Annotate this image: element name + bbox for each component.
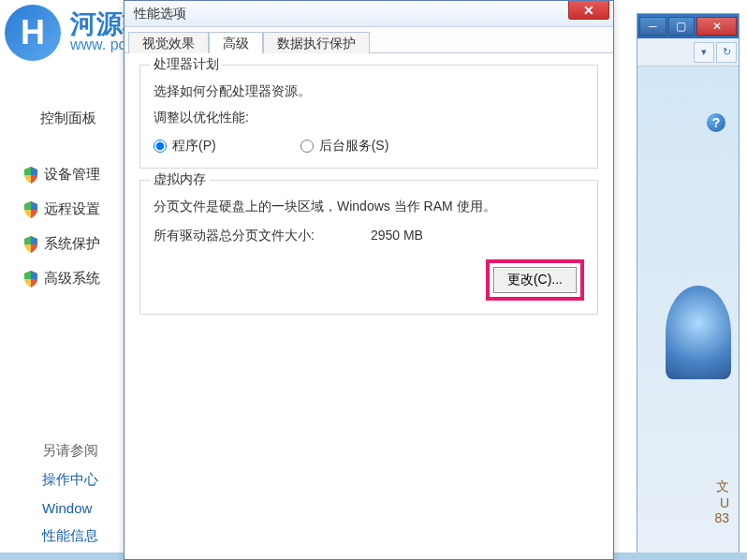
sidebar-item-advanced-system[interactable]: 高级系统 [5, 261, 126, 296]
tab-visual-effects[interactable]: 视觉效果 [128, 32, 209, 53]
bg-close-button[interactable]: ✕ [696, 17, 737, 36]
sidebar-item-system-protection[interactable]: 系统保护 [5, 227, 126, 261]
help-icon[interactable]: ? [707, 113, 725, 132]
shield-icon [23, 167, 38, 184]
sidebar-item-label: 高级系统 [44, 270, 100, 287]
dialog-body: 处理器计划 选择如何分配处理器资源。 调整以优化性能: 程序(P) 后台服务(S… [124, 53, 613, 337]
radio-background-label: 后台服务(S) [319, 138, 389, 155]
tab-advanced[interactable]: 高级 [209, 32, 263, 53]
sidebar-link-windows[interactable]: Window [5, 494, 126, 522]
virtual-memory-group: 虚拟内存 分页文件是硬盘上的一块区域，Windows 当作 RAM 使用。 所有… [139, 180, 598, 315]
bg-content: ? 文 U 83 [637, 66, 739, 535]
sidebar-link-performance-info[interactable]: 性能信息 [5, 522, 126, 551]
processor-group-title: 处理器计划 [150, 56, 223, 73]
sidebar-link-action-center[interactable]: 操作中心 [5, 465, 126, 494]
dialog-close-button[interactable]: ✕ [568, 1, 609, 20]
bg-toolbar: ▾ ↻ [637, 38, 739, 66]
bg-minimize-button[interactable]: ─ [639, 17, 666, 36]
radio-programs-input[interactable] [154, 140, 167, 153]
processor-scheduling-group: 处理器计划 选择如何分配处理器资源。 调整以优化性能: 程序(P) 后台服务(S… [139, 65, 598, 169]
sidebar-item-label: 设备管理 [44, 166, 100, 184]
dialog-tabs: 视觉效果 高级 数据执行保护 [124, 27, 613, 53]
logo-icon [5, 5, 61, 61]
shield-icon [23, 271, 38, 287]
vm-total-value: 2950 MB [371, 228, 423, 244]
vm-desc: 分页文件是硬盘上的一块区域，Windows 当作 RAM 使用。 [154, 196, 584, 216]
dialog-titlebar[interactable]: 性能选项 ✕ [124, 1, 613, 27]
change-button-wrap: 更改(C)... [154, 259, 584, 301]
bg-graphic-icon [666, 286, 731, 379]
radio-background-input[interactable] [300, 140, 314, 153]
sidebar: 控制面板 设备管理 远程设置 系统保护 高级系统 另请参阅 操作中心 Windo… [0, 70, 126, 557]
performance-options-dialog: 性能选项 ✕ 视觉效果 高级 数据执行保护 处理器计划 选择如何分配处理器资源。… [124, 0, 614, 560]
sidebar-item-label: 系统保护 [44, 235, 100, 253]
vm-total-row: 所有驱动器总分页文件大小: 2950 MB [154, 228, 584, 244]
processor-radio-row: 程序(P) 后台服务(S) [154, 138, 584, 155]
bg-titlebar: ─ ▢ ✕ [637, 14, 739, 38]
shield-icon [23, 201, 38, 218]
vm-group-title: 虚拟内存 [150, 171, 210, 188]
change-button[interactable]: 更改(C)... [493, 267, 577, 293]
sidebar-item-remote-settings[interactable]: 远程设置 [5, 192, 126, 227]
sidebar-item-label: 远程设置 [44, 200, 100, 218]
bg-toolbar-refresh[interactable]: ↻ [716, 42, 737, 63]
close-icon: ✕ [583, 3, 594, 18]
vm-total-label: 所有驱动器总分页文件大小: [154, 228, 315, 244]
background-window: ─ ▢ ✕ ▾ ↻ ? 文 U 83 [637, 13, 740, 556]
tab-dep[interactable]: 数据执行保护 [263, 32, 370, 53]
radio-background[interactable]: 后台服务(S) [300, 138, 389, 155]
optimize-label: 调整以优化性能: [154, 107, 584, 127]
bg-maximize-button[interactable]: ▢ [668, 17, 696, 36]
sidebar-section-label: 另请参阅 [5, 436, 126, 465]
shield-icon [23, 236, 38, 253]
highlight-box: 更改(C)... [486, 259, 584, 301]
processor-desc: 选择如何分配处理器资源。 [154, 81, 584, 101]
bg-info-text: 文 U 83 [714, 479, 729, 525]
sidebar-item-device-manager[interactable]: 设备管理 [5, 157, 126, 192]
dialog-title: 性能选项 [134, 6, 186, 22]
radio-programs[interactable]: 程序(P) [154, 138, 216, 155]
radio-programs-label: 程序(P) [172, 138, 216, 155]
bg-toolbar-dropdown[interactable]: ▾ [694, 42, 714, 63]
sidebar-header[interactable]: 控制面板 [5, 80, 126, 127]
